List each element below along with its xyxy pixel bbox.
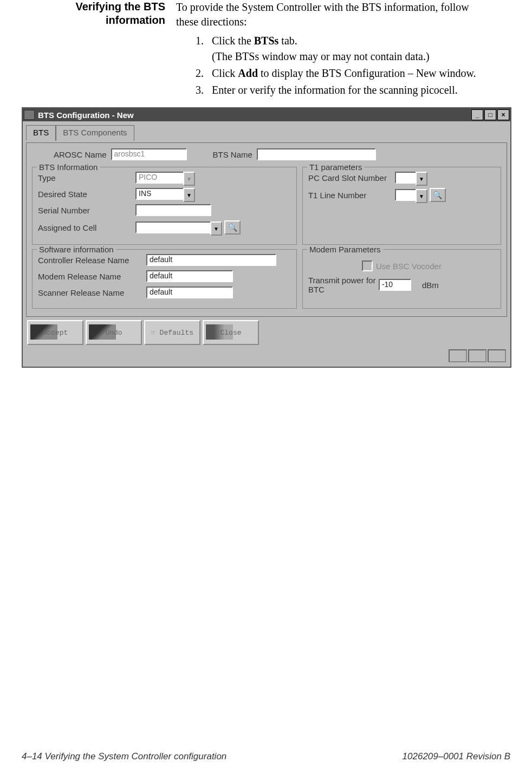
use-bsc-vocoder-checkbox bbox=[362, 260, 373, 271]
desired-state-label: Desired State bbox=[38, 190, 135, 199]
type-label: Type bbox=[38, 173, 135, 183]
maximize-button[interactable]: □ bbox=[484, 109, 496, 120]
chevron-down-icon[interactable]: ▼ bbox=[183, 188, 195, 202]
assigned-to-cell-field[interactable] bbox=[135, 222, 222, 233]
bts-information-group: BTS Information Type PICO▼ Desired State… bbox=[32, 167, 297, 245]
window-icon bbox=[24, 110, 35, 120]
close-button[interactable]: Close bbox=[203, 320, 259, 345]
bts-info-legend: BTS Information bbox=[37, 162, 100, 172]
chevron-down-icon[interactable]: ▼ bbox=[210, 222, 222, 236]
search-icon[interactable]: 🔍 bbox=[430, 188, 446, 202]
close-window-button[interactable]: × bbox=[497, 109, 509, 120]
pc-card-slot-label: PC Card Slot Number bbox=[308, 173, 395, 183]
defaults-button[interactable]: ☞ Defaults bbox=[144, 320, 200, 345]
step-3: Enter or verify the information for the … bbox=[206, 83, 489, 97]
t1-parameters-group: T1 parameters PC Card Slot Number ▼ T1 L… bbox=[302, 167, 501, 245]
assigned-to-cell-label: Assigned to Cell bbox=[38, 223, 135, 232]
software-information-group: Software information Controller Release … bbox=[32, 249, 297, 309]
serial-number-field[interactable] bbox=[135, 204, 211, 216]
arosc-name-label: AROSC Name bbox=[54, 150, 107, 159]
section-heading: Verifying the BTSinformation bbox=[22, 0, 176, 100]
window-title: BTS Configuration - New bbox=[38, 110, 134, 120]
intro-text: To provide the System Controller with th… bbox=[176, 0, 489, 29]
transmit-power-unit: dBm bbox=[422, 281, 439, 290]
chevron-down-icon[interactable]: ▼ bbox=[416, 172, 427, 186]
status-cell bbox=[488, 349, 506, 362]
controller-release-label: Controller Release Name bbox=[38, 256, 146, 265]
step-1: Click the BTSs tab. (The BTSs window may… bbox=[206, 34, 489, 64]
modem-params-legend: Modem Parameters bbox=[307, 245, 383, 254]
status-cell bbox=[449, 349, 467, 362]
step-1-sub: (The BTSs window may or may not contain … bbox=[212, 49, 489, 64]
sw-info-legend: Software information bbox=[37, 245, 116, 254]
tab-bts-components[interactable]: BTS Components bbox=[56, 125, 134, 141]
chevron-down-icon: ▼ bbox=[183, 172, 195, 186]
modem-release-label: Modem Release Name bbox=[38, 272, 146, 281]
step-2: Click Add to display the BTS Configurati… bbox=[206, 66, 489, 81]
scanner-release-label: Scanner Release Name bbox=[38, 288, 146, 297]
arosc-name-field[interactable]: arosbsc1 bbox=[111, 148, 187, 160]
bts-name-field[interactable] bbox=[257, 148, 376, 160]
serial-number-label: Serial Number bbox=[38, 206, 135, 215]
footer-left: 4–14 Verifying the System Controller con… bbox=[22, 751, 226, 762]
controller-release-field[interactable]: default bbox=[146, 254, 276, 266]
status-cell bbox=[468, 349, 486, 362]
minimize-button[interactable]: _ bbox=[471, 109, 483, 120]
use-bsc-vocoder-label: Use BSC Vocoder bbox=[376, 262, 442, 271]
chevron-down-icon[interactable]: ▼ bbox=[416, 189, 427, 203]
transmit-power-field[interactable]: -10 bbox=[379, 279, 411, 291]
footer-right: 1026209–0001 Revision B bbox=[403, 751, 510, 762]
accept-button[interactable]: Accept bbox=[27, 320, 83, 345]
scanner-release-field[interactable]: default bbox=[146, 286, 233, 298]
bts-config-window: BTS Configuration - New _ □ × BTS BTS Co… bbox=[22, 107, 511, 368]
modem-release-field[interactable]: default bbox=[146, 270, 233, 282]
search-icon[interactable]: 🔍 bbox=[224, 220, 241, 235]
transmit-power-label: Transmit power for BTC bbox=[308, 276, 379, 294]
bts-name-label: BTS Name bbox=[213, 150, 252, 159]
modem-parameters-group: Modem Parameters Use BSC Vocoder Transmi… bbox=[302, 249, 501, 309]
t1-legend: T1 parameters bbox=[307, 162, 365, 172]
tab-bts[interactable]: BTS bbox=[26, 125, 56, 141]
status-bar bbox=[26, 348, 507, 363]
undo-button[interactable]: Undo bbox=[86, 320, 142, 345]
t1-line-number-label: T1 Line Number bbox=[308, 191, 395, 200]
